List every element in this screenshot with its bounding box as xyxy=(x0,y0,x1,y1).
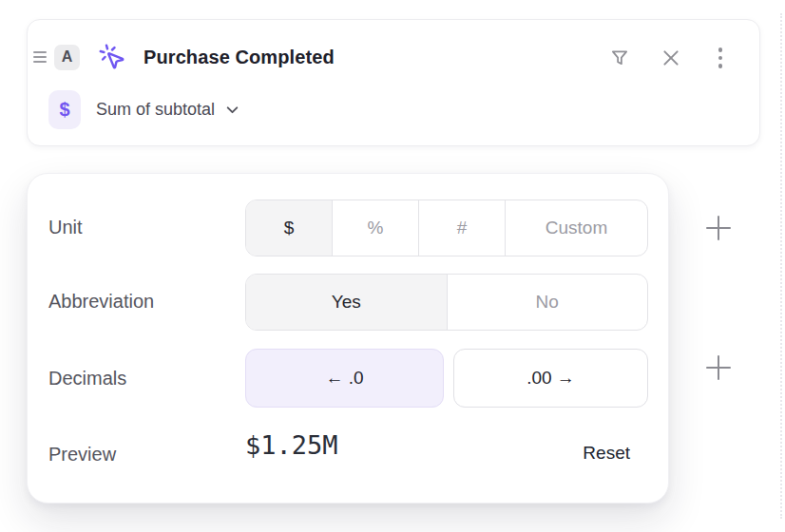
abbreviation-label: Abbreviation xyxy=(48,291,154,313)
add-button[interactable] xyxy=(704,214,733,242)
decimals-increase-button[interactable]: .00 → xyxy=(453,349,648,408)
number-format-panel: Unit $ % # Custom Abbreviation Yes No De… xyxy=(27,173,669,504)
preview-label: Preview xyxy=(48,444,116,466)
metric-selector[interactable]: $ Sum of subtotal xyxy=(48,90,240,129)
unit-option-custom[interactable]: Custom xyxy=(506,200,647,256)
event-title-row: A Purchase Completed xyxy=(33,43,335,71)
metric-editor-screen: A Purchase Completed xyxy=(0,0,785,532)
abbreviation-option-yes[interactable]: Yes xyxy=(246,275,448,330)
unit-option-number[interactable]: # xyxy=(419,200,506,256)
unit-segmented-control: $ % # Custom xyxy=(245,200,648,256)
unit-option-percent[interactable]: % xyxy=(333,200,419,256)
plus-icon xyxy=(704,353,733,382)
reset-button[interactable]: Reset xyxy=(583,443,630,464)
preview-value: $1.25M xyxy=(245,430,338,460)
drag-handle-icon[interactable] xyxy=(33,51,47,63)
dollar-metric-icon: $ xyxy=(48,90,81,129)
decimals-decrease-button[interactable]: ← .0 xyxy=(245,349,444,408)
close-icon[interactable] xyxy=(661,48,681,68)
add-button[interactable] xyxy=(704,353,733,382)
drop-zone-edge xyxy=(780,13,782,519)
chevron-down-icon xyxy=(224,102,240,118)
event-card: A Purchase Completed xyxy=(27,19,760,146)
kebab-menu-icon[interactable] xyxy=(712,48,729,68)
event-title: Purchase Completed xyxy=(144,47,335,68)
abbreviation-segmented-control: Yes No xyxy=(245,274,648,331)
metric-label: Sum of subtotal xyxy=(96,100,215,120)
event-group-badge: A xyxy=(54,45,80,70)
cursor-click-icon xyxy=(98,43,126,71)
plus-icon xyxy=(704,214,733,242)
decimals-label: Decimals xyxy=(48,368,126,390)
unit-option-dollar[interactable]: $ xyxy=(246,200,333,256)
abbreviation-option-no[interactable]: No xyxy=(448,275,648,330)
funnel-icon[interactable] xyxy=(609,48,630,68)
unit-label: Unit xyxy=(48,217,83,238)
event-actions xyxy=(609,47,729,69)
